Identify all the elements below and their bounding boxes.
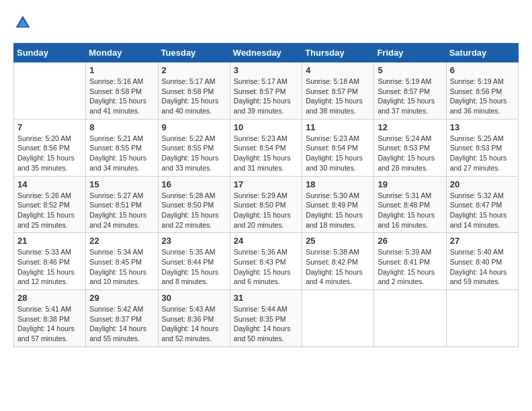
day-number: 4 xyxy=(306,65,370,75)
day-info: Sunrise: 5:40 AM Sunset: 8:40 PM Dayligh… xyxy=(450,247,515,287)
day-info: Sunrise: 5:35 AM Sunset: 8:44 PM Dayligh… xyxy=(162,247,226,287)
day-number: 28 xyxy=(17,293,82,303)
day-info: Sunrise: 5:17 AM Sunset: 8:57 PM Dayligh… xyxy=(234,77,298,116)
day-info: Sunrise: 5:20 AM Sunset: 8:56 PM Dayligh… xyxy=(17,134,82,173)
column-header-thursday: Thursday xyxy=(302,44,374,62)
calendar-cell xyxy=(14,62,86,120)
calendar-cell: 17Sunrise: 5:29 AM Sunset: 8:50 PM Dayli… xyxy=(230,176,302,233)
calendar-cell: 16Sunrise: 5:28 AM Sunset: 8:50 PM Dayli… xyxy=(158,176,230,233)
calendar-cell: 26Sunrise: 5:39 AM Sunset: 8:41 PM Dayli… xyxy=(374,233,446,290)
column-header-tuesday: Tuesday xyxy=(158,44,230,62)
day-info: Sunrise: 5:36 AM Sunset: 8:43 PM Dayligh… xyxy=(234,247,298,287)
calendar-cell: 13Sunrise: 5:25 AM Sunset: 8:53 PM Dayli… xyxy=(446,119,518,176)
day-info: Sunrise: 5:17 AM Sunset: 8:58 PM Dayligh… xyxy=(162,77,226,116)
calendar-cell: 24Sunrise: 5:36 AM Sunset: 8:43 PM Dayli… xyxy=(230,233,302,290)
page-header xyxy=(13,13,519,32)
calendar-cell: 22Sunrise: 5:34 AM Sunset: 8:45 PM Dayli… xyxy=(86,233,158,290)
week-row-1: 1Sunrise: 5:16 AM Sunset: 8:58 PM Daylig… xyxy=(14,62,519,120)
week-row-3: 14Sunrise: 5:26 AM Sunset: 8:52 PM Dayli… xyxy=(14,176,519,233)
day-info: Sunrise: 5:39 AM Sunset: 8:41 PM Dayligh… xyxy=(378,247,442,287)
calendar-cell: 27Sunrise: 5:40 AM Sunset: 8:40 PM Dayli… xyxy=(446,233,518,290)
day-number: 1 xyxy=(89,65,154,75)
calendar-cell: 11Sunrise: 5:23 AM Sunset: 8:54 PM Dayli… xyxy=(302,119,374,176)
day-info: Sunrise: 5:27 AM Sunset: 8:51 PM Dayligh… xyxy=(89,191,154,230)
day-number: 12 xyxy=(378,122,442,132)
day-number: 25 xyxy=(306,236,370,246)
day-info: Sunrise: 5:23 AM Sunset: 8:54 PM Dayligh… xyxy=(234,134,298,173)
day-number: 20 xyxy=(450,179,515,189)
week-row-5: 28Sunrise: 5:41 AM Sunset: 8:38 PM Dayli… xyxy=(14,290,519,347)
calendar-cell: 4Sunrise: 5:18 AM Sunset: 8:57 PM Daylig… xyxy=(302,62,374,120)
day-info: Sunrise: 5:23 AM Sunset: 8:54 PM Dayligh… xyxy=(306,134,370,173)
calendar-cell: 25Sunrise: 5:38 AM Sunset: 8:42 PM Dayli… xyxy=(302,233,374,290)
day-number: 27 xyxy=(450,236,515,246)
calendar-cell xyxy=(302,290,374,347)
day-info: Sunrise: 5:41 AM Sunset: 8:38 PM Dayligh… xyxy=(17,304,82,344)
column-header-saturday: Saturday xyxy=(446,44,518,62)
day-number: 5 xyxy=(378,65,442,75)
day-number: 22 xyxy=(89,236,154,246)
calendar-cell: 1Sunrise: 5:16 AM Sunset: 8:58 PM Daylig… xyxy=(86,62,158,120)
calendar-cell xyxy=(374,290,446,347)
logo xyxy=(13,13,35,32)
calendar-cell: 12Sunrise: 5:24 AM Sunset: 8:53 PM Dayli… xyxy=(374,119,446,176)
calendar-cell: 5Sunrise: 5:19 AM Sunset: 8:57 PM Daylig… xyxy=(374,62,446,120)
day-info: Sunrise: 5:24 AM Sunset: 8:53 PM Dayligh… xyxy=(378,134,442,173)
calendar-cell: 8Sunrise: 5:21 AM Sunset: 8:55 PM Daylig… xyxy=(86,119,158,176)
day-info: Sunrise: 5:32 AM Sunset: 8:47 PM Dayligh… xyxy=(450,191,515,230)
calendar-cell: 31Sunrise: 5:44 AM Sunset: 8:35 PM Dayli… xyxy=(230,290,302,347)
day-info: Sunrise: 5:18 AM Sunset: 8:57 PM Dayligh… xyxy=(306,77,370,116)
day-number: 26 xyxy=(378,236,442,246)
day-info: Sunrise: 5:29 AM Sunset: 8:50 PM Dayligh… xyxy=(234,191,298,230)
day-info: Sunrise: 5:16 AM Sunset: 8:58 PM Dayligh… xyxy=(89,77,154,116)
calendar-cell: 14Sunrise: 5:26 AM Sunset: 8:52 PM Dayli… xyxy=(14,176,86,233)
day-number: 23 xyxy=(162,236,226,246)
day-info: Sunrise: 5:26 AM Sunset: 8:52 PM Dayligh… xyxy=(17,191,82,230)
day-info: Sunrise: 5:43 AM Sunset: 8:36 PM Dayligh… xyxy=(162,304,226,344)
calendar-cell: 10Sunrise: 5:23 AM Sunset: 8:54 PM Dayli… xyxy=(230,119,302,176)
day-info: Sunrise: 5:21 AM Sunset: 8:55 PM Dayligh… xyxy=(89,134,154,173)
day-number: 11 xyxy=(306,122,370,132)
day-number: 30 xyxy=(162,293,226,303)
day-number: 8 xyxy=(89,122,154,132)
day-number: 15 xyxy=(89,179,154,189)
day-info: Sunrise: 5:34 AM Sunset: 8:45 PM Dayligh… xyxy=(89,247,154,287)
day-number: 16 xyxy=(162,179,226,189)
calendar-cell: 2Sunrise: 5:17 AM Sunset: 8:58 PM Daylig… xyxy=(158,62,230,120)
calendar-cell: 9Sunrise: 5:22 AM Sunset: 8:55 PM Daylig… xyxy=(158,119,230,176)
day-number: 24 xyxy=(234,236,298,246)
day-info: Sunrise: 5:19 AM Sunset: 8:56 PM Dayligh… xyxy=(450,77,515,116)
calendar-cell: 28Sunrise: 5:41 AM Sunset: 8:38 PM Dayli… xyxy=(14,290,86,347)
day-info: Sunrise: 5:42 AM Sunset: 8:37 PM Dayligh… xyxy=(89,304,154,344)
calendar-cell: 20Sunrise: 5:32 AM Sunset: 8:47 PM Dayli… xyxy=(446,176,518,233)
day-number: 18 xyxy=(306,179,370,189)
column-header-monday: Monday xyxy=(86,44,158,62)
calendar-cell: 30Sunrise: 5:43 AM Sunset: 8:36 PM Dayli… xyxy=(158,290,230,347)
day-number: 13 xyxy=(450,122,515,132)
calendar-cell: 18Sunrise: 5:30 AM Sunset: 8:49 PM Dayli… xyxy=(302,176,374,233)
calendar-cell: 15Sunrise: 5:27 AM Sunset: 8:51 PM Dayli… xyxy=(86,176,158,233)
calendar-cell: 7Sunrise: 5:20 AM Sunset: 8:56 PM Daylig… xyxy=(14,119,86,176)
calendar-cell: 3Sunrise: 5:17 AM Sunset: 8:57 PM Daylig… xyxy=(230,62,302,120)
column-header-sunday: Sunday xyxy=(14,44,86,62)
day-info: Sunrise: 5:28 AM Sunset: 8:50 PM Dayligh… xyxy=(162,191,226,230)
calendar-cell: 19Sunrise: 5:31 AM Sunset: 8:48 PM Dayli… xyxy=(374,176,446,233)
day-number: 9 xyxy=(162,122,226,132)
week-row-4: 21Sunrise: 5:33 AM Sunset: 8:46 PM Dayli… xyxy=(14,233,519,290)
day-number: 2 xyxy=(162,65,226,75)
day-info: Sunrise: 5:22 AM Sunset: 8:55 PM Dayligh… xyxy=(162,134,226,173)
day-number: 19 xyxy=(378,179,442,189)
logo-icon xyxy=(13,13,32,32)
day-number: 17 xyxy=(234,179,298,189)
day-number: 31 xyxy=(234,293,298,303)
calendar-header-row: SundayMondayTuesdayWednesdayThursdayFrid… xyxy=(14,44,519,62)
calendar-cell: 29Sunrise: 5:42 AM Sunset: 8:37 PM Dayli… xyxy=(86,290,158,347)
week-row-2: 7Sunrise: 5:20 AM Sunset: 8:56 PM Daylig… xyxy=(14,119,519,176)
day-info: Sunrise: 5:38 AM Sunset: 8:42 PM Dayligh… xyxy=(306,247,370,287)
day-info: Sunrise: 5:30 AM Sunset: 8:49 PM Dayligh… xyxy=(306,191,370,230)
calendar-cell: 6Sunrise: 5:19 AM Sunset: 8:56 PM Daylig… xyxy=(446,62,518,120)
column-header-wednesday: Wednesday xyxy=(230,44,302,62)
calendar-cell xyxy=(446,290,518,347)
calendar-table: SundayMondayTuesdayWednesdayThursdayFrid… xyxy=(13,43,519,347)
day-number: 10 xyxy=(234,122,298,132)
